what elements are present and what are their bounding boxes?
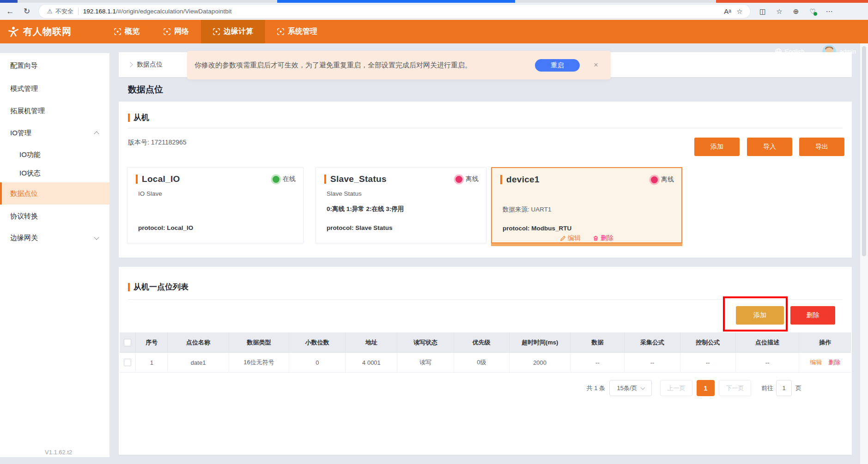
card-protocol: protocol: Modbus_RTU <box>503 225 571 232</box>
col-header: 超时时间(ms) <box>509 332 570 353</box>
edit-slave-link[interactable]: 编辑 <box>560 234 581 242</box>
scrollbar-thumb[interactable] <box>862 46 866 256</box>
bracket-dot-icon <box>114 28 121 35</box>
col-header: 地址 <box>346 332 397 353</box>
row-checkbox[interactable] <box>124 359 131 366</box>
edit-point-link[interactable]: 编辑 <box>810 358 822 367</box>
not-secure-warning-icon: ⚠ <box>47 8 53 15</box>
menu-item-system-management[interactable]: 系统管理 <box>265 20 329 43</box>
brand-person-icon <box>7 26 19 38</box>
menu-item-label: 概览 <box>125 27 140 36</box>
browser-toolbar: ← ↻ ⚠ 不安全 192.168.1.1 /#/origin/edgecalc… <box>0 3 868 20</box>
card-status-legend: 0:离线 1:异常 2:在线 3:停用 <box>327 205 404 213</box>
col-header: 优先级 <box>454 332 509 353</box>
card-title: Local_IO <box>136 174 180 184</box>
browser-essentials-icon[interactable]: ♡ <box>807 7 819 16</box>
next-page-button[interactable]: 下一页 <box>719 380 751 396</box>
cell-data-type: 16位无符号 <box>229 353 289 373</box>
card-protocol: protocol: Local_IO <box>138 224 193 231</box>
delete-point-link[interactable]: 删除 <box>828 358 840 367</box>
cell-rw-status: 读写 <box>397 353 454 373</box>
section-title: 从机一点位列表 <box>134 282 188 292</box>
sidebar-item-config-wizard[interactable]: 配置向导 <box>0 54 109 77</box>
row-checkbox-cell <box>120 353 136 373</box>
pagination-total: 共 1 条 <box>587 384 605 392</box>
page-size-select[interactable]: 15条/页 <box>609 380 652 396</box>
card-accent-bar <box>136 175 138 184</box>
export-button[interactable]: 导出 <box>799 138 844 156</box>
point-list-panel: 从机一点位列表 添加 删除 序号 点位名称 数据类型 <box>119 267 852 455</box>
restart-notification: 你修改的参数项需重启后才可生效，为了避免重复重启，全部设置完成后对网关进行重启。… <box>187 51 611 79</box>
url-host: 192.168.1.1 <box>83 8 116 15</box>
import-button[interactable]: 导入 <box>747 138 792 156</box>
slave-section-header: 从机 <box>128 112 149 123</box>
cell-collect-formula: -- <box>625 353 680 373</box>
col-header: 点位名称 <box>168 332 229 353</box>
menu-item-label: 系统管理 <box>288 27 317 36</box>
point-list-section-header: 从机一点位列表 <box>128 282 188 292</box>
vertical-scrollbar[interactable] <box>860 43 868 464</box>
card-title: Slave_Status <box>324 174 387 184</box>
sidebar-item-io-status[interactable]: IO状态 <box>0 164 109 182</box>
slave-card-slave-status[interactable]: Slave_Status 离线 Slave Status 0:离线 1:异常 2… <box>316 167 486 243</box>
sidebar-item-label: IO功能 <box>19 151 41 159</box>
card-name: device1 <box>506 175 540 185</box>
sidebar-item-edge-gateway[interactable]: 边缘网关 <box>0 227 109 249</box>
close-icon[interactable]: × <box>594 60 598 70</box>
delete-label: 删除 <box>601 234 613 242</box>
bracket-dot-icon <box>277 28 284 35</box>
split-screen-icon[interactable]: ◫ <box>757 7 769 16</box>
sidebar-item-mode-management[interactable]: 模式管理 <box>0 78 109 100</box>
collections-icon[interactable]: ⊕ <box>790 7 802 16</box>
delete-slave-link[interactable]: 删除 <box>593 234 613 242</box>
goto-page-input[interactable] <box>776 380 792 396</box>
address-bar[interactable]: ⚠ 不安全 192.168.1.1 /#/origin/edgecalculat… <box>39 5 750 18</box>
sidebar-item-data-points[interactable]: 数据点位 <box>0 182 109 205</box>
menu-item-network[interactable]: 网络 <box>152 20 201 43</box>
sidebar-item-io-management[interactable]: IO管理 <box>0 122 109 144</box>
chevron-down-icon <box>640 385 645 390</box>
page-title: 数据点位 <box>128 84 163 96</box>
favorites-bar-icon[interactable]: ☆ <box>773 7 785 16</box>
sidebar-item-protocol-conversion[interactable]: 协议转换 <box>0 205 109 227</box>
sidebar-item-label: IO状态 <box>19 169 41 178</box>
current-page-button[interactable]: 1 <box>697 380 715 396</box>
cell-index: 1 <box>136 353 168 373</box>
pagination: 共 1 条 15条/页 上一页 1 下一页 前往 页 <box>119 380 852 396</box>
col-header: 读写状态 <box>397 332 454 353</box>
trash-icon <box>593 235 599 241</box>
add-point-button[interactable]: 添加 <box>736 306 784 325</box>
status-label: 离线 <box>661 175 674 184</box>
col-header: 控制公式 <box>680 332 735 353</box>
security-label: 不安全 <box>55 7 73 16</box>
menu-item-overview[interactable]: 概览 <box>102 20 152 43</box>
more-options-icon[interactable]: ⋯ <box>823 7 835 16</box>
menu-item-edge-computing[interactable]: 边缘计算 <box>201 20 265 43</box>
select-all-checkbox[interactable] <box>124 339 131 346</box>
url-path: /#/origin/edgecalculation/ViewDatapointb… <box>116 8 231 15</box>
back-icon[interactable]: ← <box>4 5 17 18</box>
favorite-star-icon[interactable]: ☆ <box>734 7 746 16</box>
sidebar-item-expansion-management[interactable]: 拓展机管理 <box>0 100 109 122</box>
offline-status-dot <box>455 176 462 183</box>
slave-version: 版本号: 1721182965 <box>128 139 187 147</box>
cell-control-formula: -- <box>680 353 735 373</box>
point-table: 序号 点位名称 数据类型 小数位数 地址 读写状态 优先级 超时时间(ms) 数… <box>120 332 851 373</box>
brand: 有人物联网 <box>7 25 102 38</box>
sidebar-item-label: 边缘网关 <box>10 234 38 242</box>
slave-card-device1[interactable]: device1 离线 数据来源: UART1 protocol: Modbus_… <box>491 167 682 243</box>
add-slave-button[interactable]: 添加 <box>694 138 740 156</box>
reload-icon[interactable]: ↻ <box>20 5 33 18</box>
prev-page-button[interactable]: 上一页 <box>660 380 692 396</box>
col-header: 点位描述 <box>735 332 799 353</box>
delete-point-button[interactable]: 删除 <box>790 306 835 325</box>
app-navbar: 有人物联网 概览 网络 边缘计算 系统管理 <box>0 20 868 43</box>
card-title: device1 <box>500 175 540 185</box>
slave-card-local-io[interactable]: Local_IO 在线 IO Slave protocol: Local_IO <box>127 167 303 243</box>
breadcrumb-chevron-icon <box>127 62 133 67</box>
section-accent-bar <box>128 114 130 122</box>
sidebar-item-io-function[interactable]: IO功能 <box>0 145 109 164</box>
chevron-up-icon <box>94 131 99 136</box>
restart-button[interactable]: 重启 <box>535 59 580 72</box>
read-aloud-icon[interactable]: Aᵃ <box>722 7 734 15</box>
